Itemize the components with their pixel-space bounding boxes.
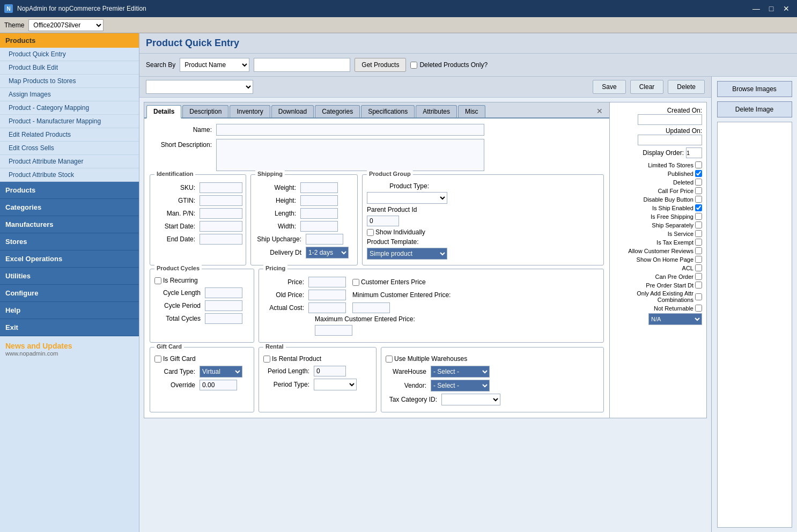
parent-id-input[interactable] xyxy=(367,216,399,226)
checkbox-is-tax-exempt[interactable] xyxy=(695,239,702,246)
is-gift-card-checkbox[interactable] xyxy=(154,356,161,363)
override-input[interactable] xyxy=(200,380,237,390)
sidebar-item-product-quick-entry[interactable]: Product Quick Entry xyxy=(0,48,139,61)
checkbox-show-on-home-page[interactable] xyxy=(695,256,702,263)
only-add-existing-checkbox[interactable] xyxy=(695,293,702,300)
sidebar-section-help[interactable]: Help xyxy=(0,302,139,319)
is-rental-checkbox[interactable] xyxy=(263,356,270,363)
checkbox-is-service[interactable] xyxy=(695,230,702,237)
weight-input[interactable] xyxy=(300,182,338,193)
sidebar-section-configure[interactable]: Configure xyxy=(0,285,139,302)
price-input[interactable] xyxy=(308,277,346,287)
actual-cost-input[interactable] xyxy=(308,302,346,313)
sidebar-item-attribute-stock[interactable]: Product Attribute Stock xyxy=(0,168,139,182)
sidebar-item-cross-sells[interactable]: Edit Cross Sells xyxy=(0,142,139,155)
checkbox-deleted[interactable] xyxy=(695,179,702,186)
tab-attributes[interactable]: Attributes xyxy=(416,105,457,117)
delete-button[interactable]: Delete xyxy=(668,80,705,94)
checkbox-can-pre-order[interactable] xyxy=(695,273,702,280)
width-input[interactable] xyxy=(300,221,338,232)
man-pn-input[interactable] xyxy=(200,208,242,219)
tab-inventory[interactable]: Inventory xyxy=(230,105,270,117)
start-date-input[interactable] xyxy=(200,221,242,232)
sidebar-item-map-products[interactable]: Map Products to Stores xyxy=(0,75,139,88)
sidebar-section-manufacturers[interactable]: Manufacturers xyxy=(0,216,139,233)
card-type-select[interactable]: Virtual Physical xyxy=(200,366,242,378)
save-button[interactable]: Save xyxy=(593,80,625,94)
sku-input[interactable] xyxy=(200,182,242,193)
tab-misc[interactable]: Misc xyxy=(458,105,485,117)
sidebar-item-related-products[interactable]: Edit Related Products xyxy=(0,128,139,142)
display-order-input[interactable] xyxy=(686,147,702,158)
checkbox-published[interactable] xyxy=(695,170,702,177)
deleted-only-checkbox[interactable] xyxy=(410,62,417,69)
search-by-select[interactable]: Product Name SKU GTIN Manufacturer Part … xyxy=(180,58,249,72)
is-recurring-checkbox[interactable] xyxy=(154,277,161,284)
max-entered-input[interactable] xyxy=(315,325,352,336)
sidebar-section-stores[interactable]: Stores xyxy=(0,233,139,250)
ship-upcharge-input[interactable] xyxy=(306,234,343,245)
tab-details[interactable]: Details xyxy=(146,105,181,119)
checkbox-acl[interactable] xyxy=(695,264,702,271)
name-input[interactable] xyxy=(216,124,484,136)
sidebar-item-manufacturer-mapping[interactable]: Product - Manufacturer Mapping xyxy=(0,115,139,128)
gtin-input[interactable] xyxy=(200,195,242,206)
checkbox-allow-customer-reviews[interactable] xyxy=(695,247,702,254)
tab-download[interactable]: Download xyxy=(271,105,314,117)
show-individually-checkbox[interactable] xyxy=(367,229,374,236)
sidebar-item-assign-images[interactable]: Assign Images xyxy=(0,88,139,101)
checkbox-ship-separately[interactable] xyxy=(695,221,702,228)
minimize-button[interactable]: — xyxy=(750,3,763,14)
period-length-input[interactable] xyxy=(314,366,346,376)
cycle-period-input[interactable] xyxy=(205,300,242,311)
short-desc-textarea[interactable] xyxy=(216,139,484,171)
sidebar-section-products[interactable]: Products xyxy=(0,182,139,199)
updated-on-input[interactable] xyxy=(638,135,702,145)
height-input[interactable] xyxy=(300,195,338,206)
tax-category-select[interactable] xyxy=(441,394,500,405)
length-input[interactable] xyxy=(300,208,338,219)
checkbox-call-for-price[interactable] xyxy=(695,187,702,194)
search-input[interactable] xyxy=(254,58,350,72)
customer-enters-price-checkbox[interactable] xyxy=(352,279,359,286)
sidebar-section-categories[interactable]: Categories xyxy=(0,199,139,216)
sidebar-item-attribute-manager[interactable]: Product Attribute Manager xyxy=(0,155,139,168)
checkbox-not-returnable[interactable] xyxy=(695,305,702,312)
product-type-select[interactable]: Simple Grouped xyxy=(367,192,447,204)
total-cycles-input[interactable] xyxy=(205,313,242,324)
close-button[interactable]: ✕ xyxy=(780,3,793,14)
sidebar-item-product-bulk-edit[interactable]: Product Bulk Edit xyxy=(0,61,139,75)
tab-specifications[interactable]: Specifications xyxy=(361,105,415,117)
deleted-only-checkbox-label[interactable]: Deleted Products Only? xyxy=(410,61,488,69)
delete-image-button[interactable]: Delete Image xyxy=(717,101,792,117)
warehouse-select[interactable]: - Select - xyxy=(431,366,490,378)
get-products-button[interactable]: Get Products xyxy=(355,58,406,72)
sidebar-section-excel[interactable]: Excel Operations xyxy=(0,250,139,268)
checkbox-disable-buy-button[interactable] xyxy=(695,196,702,203)
tab-description[interactable]: Description xyxy=(182,105,228,117)
tab-close-icon[interactable]: ✕ xyxy=(592,105,607,117)
pre-order-start-select[interactable]: N/A 1 day 2 days 1 week xyxy=(648,313,702,325)
created-on-input[interactable] xyxy=(638,114,702,125)
checkbox-is-ship-enabled[interactable] xyxy=(695,204,702,211)
sidebar-item-category-mapping[interactable]: Product - Category Mapping xyxy=(0,101,139,115)
sidebar-section-exit[interactable]: Exit xyxy=(0,319,139,336)
cycle-length-input[interactable] xyxy=(205,287,242,298)
checkbox-limited-to-stores[interactable] xyxy=(695,161,702,168)
old-price-input[interactable] xyxy=(308,290,346,300)
maximize-button[interactable]: □ xyxy=(765,3,778,14)
min-entered-input[interactable] xyxy=(352,302,390,313)
checkbox-is-free-shipping[interactable] xyxy=(695,213,702,220)
pre-order-start-dt-checkbox[interactable] xyxy=(695,282,702,289)
period-type-select[interactable]: Days Weeks Months xyxy=(314,379,357,390)
browse-images-button[interactable]: Browse Images xyxy=(717,81,792,97)
use-multiple-checkbox[interactable] xyxy=(386,356,393,363)
end-date-input[interactable] xyxy=(200,234,242,245)
sidebar-section-utilities[interactable]: Utilities xyxy=(0,268,139,285)
theme-select[interactable]: Office2007Silver xyxy=(28,19,104,31)
vendor-select[interactable]: - Select - xyxy=(431,380,490,391)
product-dropdown[interactable] xyxy=(146,80,253,94)
tab-categories[interactable]: Categories xyxy=(315,105,360,117)
delivery-dt-select[interactable]: 1-2 days 3-5 days 1 week xyxy=(306,247,349,258)
clear-button[interactable]: Clear xyxy=(630,80,664,94)
